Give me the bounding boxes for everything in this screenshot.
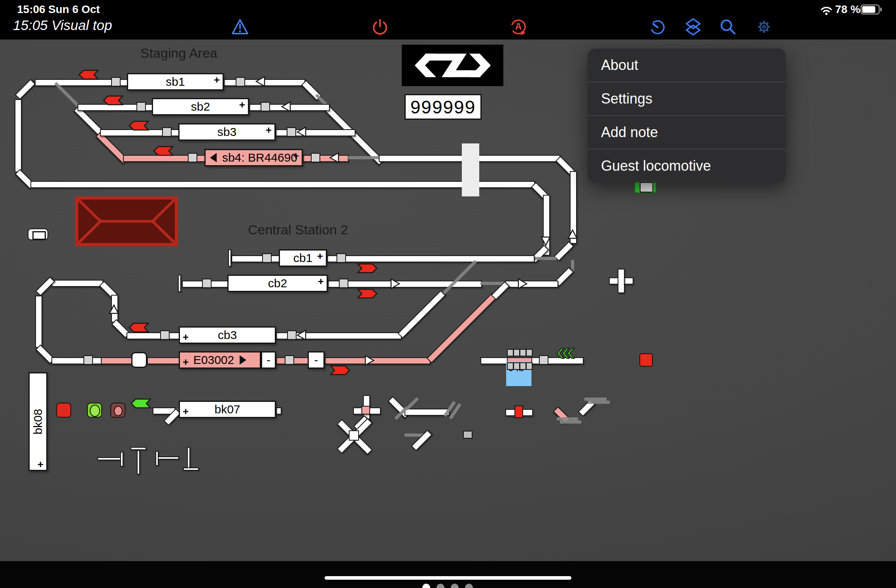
direction-arrow-left[interactable] <box>296 126 306 138</box>
feedback-sensor[interactable] <box>336 253 346 263</box>
turnout-segment[interactable] <box>411 430 433 451</box>
track-segment <box>505 281 558 288</box>
block-plus: + <box>239 100 245 110</box>
signal-flag-red-left[interactable] <box>78 70 99 80</box>
fb-port[interactable] <box>507 349 514 356</box>
direction-arrow-left[interactable] <box>281 101 291 112</box>
feedback-sensor[interactable] <box>111 77 121 87</box>
turnout-segment[interactable] <box>398 290 446 339</box>
fb-port[interactable] <box>520 349 526 356</box>
wait-marker[interactable]: - <box>261 351 276 369</box>
feedback-sensor[interactable] <box>287 330 297 340</box>
page-indicator[interactable] <box>422 584 473 588</box>
feedback-sensor[interactable] <box>285 355 294 365</box>
block-bk08[interactable]: + bk08 <box>28 372 47 471</box>
fb-port[interactable] <box>520 362 526 370</box>
direction-arrow-left[interactable] <box>255 76 265 87</box>
signal-button-green[interactable] <box>87 403 102 418</box>
signal-flag-red-left[interactable] <box>153 146 174 156</box>
feedback-sensor[interactable] <box>162 127 172 137</box>
feedback-sensor[interactable] <box>339 279 348 288</box>
block-cb3[interactable]: + cb3 <box>179 326 276 344</box>
layers-icon[interactable] <box>684 17 703 36</box>
block-sb2[interactable]: + sb2 <box>152 98 249 115</box>
signal-flag-red-left[interactable] <box>129 322 149 333</box>
direction-arrow-right[interactable] <box>518 278 528 289</box>
crossing-center-occupied[interactable] <box>361 406 370 415</box>
search-icon[interactable] <box>718 17 737 36</box>
fb-port[interactable] <box>526 362 533 370</box>
signal-flag-red-left[interactable] <box>103 95 123 106</box>
block-label: sb1 <box>166 75 185 89</box>
page-dot[interactable] <box>437 584 444 588</box>
block-cb1[interactable]: + cb1 <box>279 249 327 267</box>
signal-flag-red-right[interactable] <box>357 263 378 273</box>
date: Sun 6 Oct <box>48 3 100 16</box>
buffer-stop <box>130 447 146 450</box>
block-cb2[interactable]: + cb2 <box>227 275 328 292</box>
block-plus: + <box>183 332 189 342</box>
direction-arrow-up[interactable] <box>567 228 578 239</box>
block-e03002-occupied[interactable]: + E03002 <box>179 351 261 369</box>
fb-port[interactable] <box>526 349 533 356</box>
fb-port[interactable] <box>507 362 514 370</box>
settings-gear-icon[interactable] <box>754 17 773 36</box>
feedback-sensor[interactable] <box>287 127 296 137</box>
feedback-sensor[interactable] <box>311 153 320 162</box>
uncoupler-red[interactable] <box>514 405 523 418</box>
home-indicator[interactable] <box>325 576 571 580</box>
block-sb1[interactable]: + sb1 <box>127 73 224 90</box>
signal-flag-green-left[interactable] <box>130 398 151 409</box>
direction-arrow-right[interactable] <box>365 355 375 366</box>
feedback-sensor[interactable] <box>539 355 548 365</box>
block-plus: + <box>293 151 299 161</box>
auto-mode-icon[interactable]: A <box>509 17 528 36</box>
feedback-sensor[interactable] <box>136 102 146 111</box>
block-sb3[interactable]: + sb3 <box>178 123 276 141</box>
track-ghost <box>347 156 379 159</box>
page-dot[interactable] <box>465 584 473 588</box>
direction-arrow-down[interactable] <box>541 236 551 247</box>
block-label: cb3 <box>218 328 237 342</box>
fb-port[interactable] <box>513 349 520 356</box>
warning-icon[interactable] <box>231 17 250 36</box>
fb-port[interactable] <box>513 362 520 370</box>
power-icon[interactable] <box>370 17 389 36</box>
menu-item-about[interactable]: About <box>588 49 786 82</box>
signal-flag-red-left[interactable] <box>129 121 149 131</box>
menu-item-add-note[interactable]: Add note <box>588 115 786 149</box>
track-segment <box>51 357 102 364</box>
menu-item-guest-locomotive[interactable]: Guest locomotive <box>588 149 786 183</box>
signal-button-dim[interactable] <box>110 403 125 418</box>
page-dot[interactable] <box>451 584 459 588</box>
direction-arrow-left[interactable] <box>296 330 306 341</box>
direction-arrow-left[interactable] <box>329 152 339 163</box>
decoupler-button[interactable] <box>28 228 48 240</box>
block-sb4-occupied[interactable]: + sb4: BR44690 <box>204 149 303 166</box>
feedback-sensor[interactable] <box>236 77 245 87</box>
feedback-sensor[interactable] <box>188 153 197 162</box>
feedback-sensor[interactable] <box>160 330 170 340</box>
signal-button-red[interactable] <box>56 403 71 418</box>
signal-flag-red-right[interactable] <box>330 365 350 375</box>
speedometer-icon[interactable] <box>648 17 667 36</box>
wait-marker[interactable]: - <box>308 351 325 369</box>
track-ghost <box>535 257 556 260</box>
feedback-sensor[interactable] <box>83 355 93 365</box>
feedback-sensor[interactable] <box>261 102 270 111</box>
page-dot-active[interactable] <box>422 584 430 588</box>
block-bk07[interactable]: + bk07 <box>179 401 276 418</box>
direction-arrow-up[interactable] <box>109 303 119 315</box>
sensor-standalone[interactable] <box>463 431 473 439</box>
turnout-ghost <box>584 398 607 401</box>
track-segment-occupied <box>325 357 431 364</box>
feedback-sensor[interactable] <box>202 279 212 288</box>
feedback-sensor[interactable] <box>262 253 272 263</box>
stop-indicator[interactable] <box>639 353 653 367</box>
direction-arrow-right[interactable] <box>390 278 401 289</box>
vehicle-marker[interactable] <box>131 352 147 368</box>
signal-flag-red-right[interactable] <box>357 288 378 299</box>
crossing-plus[interactable] <box>618 269 625 293</box>
menu-item-settings[interactable]: Settings <box>588 82 786 115</box>
crossing-center[interactable] <box>349 430 359 441</box>
